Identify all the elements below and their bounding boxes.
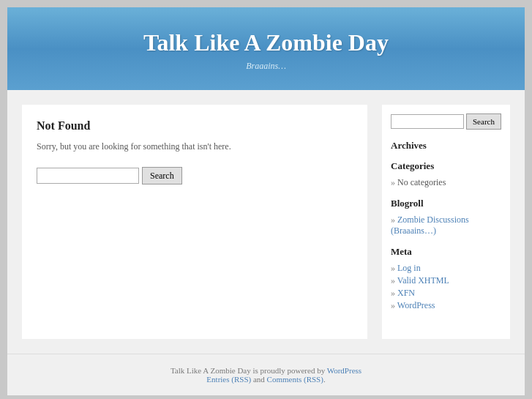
list-item: Valid XHTML — [391, 275, 501, 287]
sidebar-search-input[interactable] — [391, 114, 464, 129]
blogroll-heading: Blogroll — [391, 198, 501, 209]
site-title: Talk Like A Zombie Day — [22, 29, 510, 56]
page-wrapper: Talk Like A Zombie Day Braaains… Not Fou… — [7, 7, 525, 395]
sidebar-search-button[interactable]: Search — [466, 113, 501, 130]
footer-suffix: . — [323, 375, 326, 384]
sidebar-archives: Archives — [391, 140, 501, 152]
not-found-message: Sorry, but you are looking for something… — [37, 141, 353, 152]
footer-entries-rss-link[interactable]: Entries (RSS) — [206, 375, 251, 384]
content-area: Not Found Sorry, but you are looking for… — [7, 90, 525, 354]
footer-text: Talk Like A Zombie Day is proudly powere… — [22, 366, 510, 384]
blogroll-link[interactable]: Zombie Discussions (Braaains…) — [391, 215, 469, 236]
list-item: WordPress — [391, 299, 501, 312]
sidebar: Search Archives Categories No categories — [382, 105, 510, 339]
site-subtitle: Braaains… — [22, 61, 510, 72]
blogroll-list: Zombie Discussions (Braaains…) — [391, 214, 501, 237]
sidebar-categories: Categories No categories — [391, 160, 501, 189]
main-content: Not Found Sorry, but you are looking for… — [22, 105, 367, 339]
page-outer: Talk Like A Zombie Day Braaains… Not Fou… — [0, 0, 532, 399]
sidebar-search-form: Search — [391, 113, 501, 130]
categories-list: No categories — [391, 176, 501, 189]
not-found-heading: Not Found — [37, 119, 353, 133]
meta-wordpress-link[interactable]: WordPress — [397, 300, 435, 310]
footer-and: and — [251, 375, 266, 384]
meta-xhtml-link[interactable]: Valid XHTML — [397, 275, 449, 286]
archives-heading: Archives — [391, 140, 501, 152]
sidebar-blogroll: Blogroll Zombie Discussions (Braaains…) — [391, 198, 501, 237]
categories-heading: Categories — [391, 160, 501, 172]
page-footer: Talk Like A Zombie Day is proudly powere… — [7, 354, 525, 395]
footer-prefix: Talk Like A Zombie Day is proudly powere… — [171, 366, 327, 375]
sidebar-meta: Meta Log in Valid XHTML XFN WordPress — [391, 246, 501, 312]
meta-list: Log in Valid XHTML XFN WordPress — [391, 262, 501, 312]
list-item: No categories — [391, 176, 501, 189]
main-search-input[interactable] — [37, 168, 139, 184]
footer-wordpress-link[interactable]: WordPress — [327, 366, 361, 375]
meta-login-link[interactable]: Log in — [397, 263, 421, 273]
footer-comments-rss-link[interactable]: Comments (RSS) — [267, 375, 323, 384]
main-search-form: Search — [37, 167, 353, 184]
site-header: Talk Like A Zombie Day Braaains… — [7, 7, 525, 90]
main-search-button[interactable]: Search — [142, 167, 182, 184]
list-item: Log in — [391, 262, 501, 275]
meta-xfn-link[interactable]: XFN — [397, 288, 415, 298]
list-item: Zombie Discussions (Braaains…) — [391, 214, 501, 237]
meta-heading: Meta — [391, 246, 501, 258]
list-item: XFN — [391, 287, 501, 299]
